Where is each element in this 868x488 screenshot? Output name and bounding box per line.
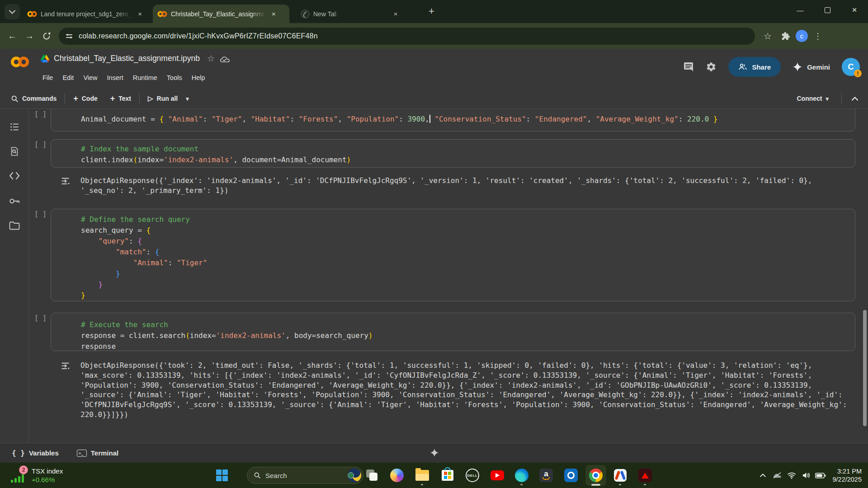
output-icon[interactable] [61,361,70,371]
back-button[interactable]: ← [4,28,21,45]
code-cell-3[interactable]: [ ]# Define the search querysearch_query… [51,209,855,301]
menu-tools[interactable]: Tools [167,74,182,81]
code-editor[interactable]: # Execute the searchresponse = client.se… [51,313,855,351]
microsoft-store-button[interactable] [441,469,454,482]
gemini-spark-button[interactable] [430,448,439,457]
add-text-button[interactable]: +Text [104,94,137,103]
running-indicator [619,484,621,485]
code-cell-1[interactable]: [ ]Animal_document = { "Animal": "Tiger"… [51,109,855,131]
chevron-down-icon[interactable]: ▾ [826,95,829,102]
share-button[interactable]: Share [728,57,781,77]
reload-button[interactable] [38,28,55,45]
page-scrollbar-thumb[interactable] [863,310,867,426]
tab-search-button[interactable] [5,4,20,19]
maximize-button[interactable] [814,0,841,20]
menu-help[interactable]: Help [192,74,205,81]
extensions-puzzle-icon[interactable] [778,28,794,44]
browser-tab-2-active[interactable]: Christabel_Tay_Elastic_assignme × [153,5,289,23]
menu-edit[interactable]: Edit [62,74,74,81]
menu-insert[interactable]: Insert [107,74,123,81]
connect-button[interactable]: Connect ▾ [790,95,835,102]
gemini-button[interactable]: Gemini [793,62,830,72]
tray-expand-button[interactable] [755,468,770,483]
edge-button[interactable] [515,469,528,482]
tab-title: Land tenure project_sdg1_zero_ [41,10,132,18]
outlook-button[interactable] [564,469,578,482]
browser-tab-3[interactable]: New Tab × [296,5,423,23]
settings-button[interactable] [706,61,717,72]
taskbar-clock[interactable]: 3:21 PM 9/22/2025 [832,467,862,483]
taskbar-search-box[interactable]: Search [247,467,363,484]
code-cell-2[interactable]: [ ]# Index the sample documentclient.ind… [51,139,855,168]
commands-button[interactable]: Commands [5,95,63,103]
cell-run-gutter[interactable]: [ ] [34,314,47,322]
site-settings-icon[interactable] [66,34,72,38]
browser-tab-1[interactable]: Land tenure project_sdg1_zero_ × [23,5,152,23]
star-notebook-icon[interactable]: ☆ [207,53,215,64]
cell-run-gutter[interactable]: [ ] [34,141,47,149]
new-tab-button[interactable]: + [429,6,434,16]
widget-title: TSX index [32,467,63,475]
code-line: # Define the search query [81,214,855,225]
notebook-title[interactable]: Christabel_Tay_Elastic_assignment.ipynb [54,54,200,63]
snipping-tool-button[interactable] [613,469,627,482]
output-line: 220.0}}]}}) [80,410,855,420]
code-line: "query": { [81,236,855,247]
wifi-icon[interactable] [784,468,799,483]
colab-favicon [27,10,37,18]
account-avatar[interactable]: C ! [842,58,860,76]
code-editor[interactable]: # Index the sample documentclient.index(… [51,139,855,168]
add-code-button[interactable]: +Code [67,94,104,103]
browser-profile-avatar[interactable]: c [796,30,808,42]
menu-runtime[interactable]: Runtime [133,74,157,81]
tab-close-icon[interactable]: × [391,9,400,19]
close-button[interactable]: × [841,0,868,20]
menu-file[interactable]: File [42,74,53,81]
battery-icon[interactable] [813,468,828,483]
copilot-button[interactable] [390,469,404,482]
secrets-key-icon[interactable] [6,193,23,209]
tab-close-icon[interactable]: × [269,9,278,19]
code-editor[interactable]: Animal_document = { "Animal": "Tiger", "… [51,109,855,131]
collapse-header-button[interactable] [848,97,862,101]
minimize-button[interactable]: — [787,0,814,20]
code-line: response [81,341,855,351]
code-cell-4[interactable]: [ ]# Execute the searchresponse = client… [51,313,855,351]
bookmark-star-icon[interactable]: ☆ [760,28,776,44]
variables-button[interactable]: { } Variables [12,449,59,457]
output-icon[interactable] [61,177,70,186]
acrobat-button[interactable] [638,469,652,482]
browser-menu-kebab-icon[interactable]: ⋮ [810,28,826,44]
tab-close-icon[interactable]: × [136,9,145,19]
cell-run-gutter[interactable]: [ ] [34,210,47,218]
dell-button[interactable]: DELL [466,469,479,482]
comments-button[interactable] [683,61,694,72]
file-explorer-button[interactable] [415,469,429,482]
onedrive-paused-icon[interactable] [770,468,784,483]
forward-button[interactable]: → [21,28,38,45]
snipping-tool-icon [614,469,627,482]
table-of-contents-icon[interactable] [6,119,23,135]
chrome-button[interactable] [589,469,603,482]
start-button[interactable] [216,469,228,481]
youtube-button[interactable] [491,469,504,482]
taskbar-widget[interactable]: 2 TSX index +0.66% [10,465,63,484]
terminal-button[interactable]: >_ Terminal [77,449,118,457]
code-snippets-icon[interactable] [6,168,23,184]
url-address-bar[interactable]: colab.research.google.com/drive/1jxiC-hK… [59,28,755,45]
colab-toolbar: Commands +Code +Text ▷ Run all ▾ Connect… [0,89,868,109]
amazon-button[interactable]: a [539,469,553,482]
chevron-down-icon[interactable]: ▾ [186,95,189,102]
running-indicator [520,484,523,485]
task-view-button[interactable] [365,469,379,482]
cell-run-gutter[interactable]: [ ] [34,110,47,118]
files-folder-icon[interactable] [6,217,23,234]
find-in-document-icon[interactable] [6,143,23,160]
run-all-button[interactable]: ▷ Run all ▾ [142,94,195,103]
widget-change: +0.66% [32,476,55,483]
code-editor[interactable]: # Define the search querysearch_query = … [51,209,855,301]
output-line: 'max_score': 0.13353139, 'hits': [{'_ind… [80,371,855,380]
volume-icon[interactable] [799,468,813,483]
menu-view[interactable]: View [83,74,97,81]
connect-label: Connect [797,95,822,102]
